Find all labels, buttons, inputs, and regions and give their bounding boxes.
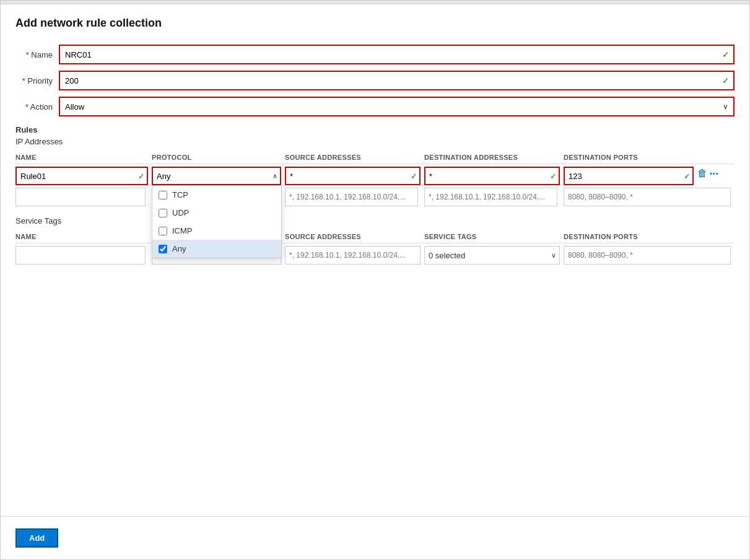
action-row: * Action Allow Deny ∨ [15, 97, 735, 116]
protocol-option-icmp[interactable]: ICMP [152, 222, 281, 240]
protocol-dropdown-menu: TCP UDP ICMP Any [152, 185, 282, 258]
svc-row1-destports-input[interactable] [564, 246, 731, 265]
priority-required-star: * [22, 76, 25, 85]
svc-row1-name-cell [15, 246, 152, 265]
ip-row1-source-input[interactable] [285, 167, 421, 185]
svc-col-header-source: SOURCE ADDRESSES [285, 233, 424, 240]
ip-row1-destports-input[interactable] [564, 167, 694, 185]
svc-row1-source-input[interactable] [285, 246, 421, 265]
protocol-label-tcp: TCP [172, 190, 188, 199]
svc-col-header-destports: DESTINATION PORTS [564, 233, 735, 240]
ip-row1-name-wrapper: ✓ [15, 167, 148, 185]
ip-row-2 [15, 188, 735, 206]
name-required-star: * [26, 50, 29, 59]
ip-row-1: ✓ ∧ TCP UDP [15, 167, 735, 185]
ip-row1-protocol-input[interactable] [152, 167, 281, 185]
protocol-dropdown-wrapper: ∧ TCP UDP ICMP [152, 167, 281, 185]
svc-row1-tags-cell: 0 selected ∨ [424, 246, 564, 265]
ip-row2-dest-input[interactable] [424, 188, 557, 206]
protocol-label-udp: UDP [172, 208, 189, 217]
action-label: * Action [15, 102, 59, 112]
ip-row1-more-button[interactable]: ••• [710, 170, 719, 177]
content-area: Add network rule collection * Name ✓ * P… [1, 4, 749, 279]
col-header-dest: DESTINATION ADDRESSES [424, 154, 564, 161]
priority-input[interactable] [59, 71, 735, 90]
svc-table-header: NAME PROTOCOL SOURCE ADDRESSES SERVICE T… [15, 230, 735, 243]
ip-row2-name-cell [15, 188, 152, 206]
ip-row1-destports-check: ✓ [684, 172, 691, 181]
ip-row1-name-cell: ✓ [15, 167, 152, 185]
svc-row1-source-cell [285, 246, 424, 265]
priority-row: * Priority ✓ [15, 71, 735, 90]
page-title: Add network rule collection [15, 17, 735, 30]
protocol-label-icmp: ICMP [172, 226, 193, 235]
ip-row2-source-input[interactable] [285, 188, 418, 206]
action-select[interactable]: Allow Deny [59, 97, 735, 116]
col-header-source: SOURCE ADDRESSES [285, 154, 424, 161]
svc-col-header-name: NAME [15, 233, 152, 240]
ip-row1-protocol-cell: ∧ TCP UDP ICMP [152, 167, 285, 185]
protocol-label-any: Any [172, 244, 186, 253]
ip-table-header: NAME PROTOCOL SOURCE ADDRESSES DESTINATI… [15, 151, 735, 164]
bottom-bar: Add [1, 516, 749, 559]
name-input-wrapper: ✓ [59, 45, 735, 64]
ip-row1-dest-cell: ✓ [424, 167, 564, 185]
name-label: * Name [15, 50, 59, 59]
service-tags-section: Service Tags NAME PROTOCOL SOURCE ADDRES… [15, 216, 735, 265]
ip-row1-dest-input[interactable] [424, 167, 560, 185]
ip-row1-dest-check: ✓ [550, 172, 557, 181]
protocol-option-any[interactable]: Any [152, 240, 281, 258]
ip-row1-source-cell: ✓ [285, 167, 424, 185]
protocol-checkbox-udp[interactable] [159, 209, 167, 217]
service-tags-label: Service Tags [15, 216, 735, 225]
ip-row1-source-check: ✓ [411, 172, 417, 181]
priority-label: * Priority [15, 76, 59, 85]
ip-row2-dest-cell [424, 188, 564, 206]
page-wrapper: Add network rule collection * Name ✓ * P… [0, 0, 750, 560]
priority-check-icon: ✓ [722, 76, 730, 85]
ip-section-label: IP Addresses [15, 137, 735, 146]
svc-row1-name-input[interactable] [15, 246, 146, 265]
name-row: * Name ✓ [15, 45, 735, 64]
action-select-wrapper: Allow Deny ∨ [59, 97, 735, 116]
ip-row2-destports-cell [564, 188, 735, 206]
protocol-checkbox-icmp[interactable] [159, 227, 167, 235]
col-header-name: NAME [15, 154, 152, 161]
ip-row2-name-input[interactable] [15, 188, 146, 206]
svc-row1-tags-select[interactable]: 0 selected [424, 246, 560, 265]
ip-row1-dest-wrapper: ✓ [424, 167, 560, 185]
col-header-protocol: PROTOCOL [152, 154, 285, 161]
ip-row1-name-input[interactable] [15, 167, 148, 185]
name-check-icon: ✓ [722, 50, 730, 59]
protocol-checkbox-any[interactable] [159, 245, 167, 253]
ip-row2-destports-input[interactable] [564, 188, 731, 206]
ip-row1-delete-button[interactable]: 🗑 [697, 168, 707, 179]
priority-input-wrapper: ✓ [59, 71, 735, 90]
ip-row1-destports-cell: ✓ [564, 167, 697, 185]
svc-row1-tags-select-wrapper: 0 selected ∨ [424, 246, 560, 265]
action-required-star: * [25, 102, 28, 112]
svc-row-1: 0 selected TCP UDP ICMP Any ∨ [15, 246, 735, 265]
protocol-option-udp[interactable]: UDP [152, 204, 281, 222]
col-header-destports: DESTINATION PORTS [564, 154, 697, 161]
rules-section-label: Rules [15, 125, 735, 134]
add-button[interactable]: Add [15, 528, 58, 548]
svc-row1-destports-cell [564, 246, 735, 265]
ip-row1-destports-wrapper: ✓ [564, 167, 694, 185]
protocol-checkbox-tcp[interactable] [159, 191, 167, 199]
ip-row2-source-cell [285, 188, 424, 206]
name-input[interactable] [59, 45, 735, 64]
protocol-option-tcp[interactable]: TCP [152, 186, 281, 204]
ip-row1-name-check: ✓ [138, 172, 145, 181]
ip-row1-source-wrapper: ✓ [285, 167, 421, 185]
svc-col-header-tags: SERVICE TAGS [424, 233, 564, 240]
ip-row1-actions: 🗑 ••• [697, 167, 735, 179]
